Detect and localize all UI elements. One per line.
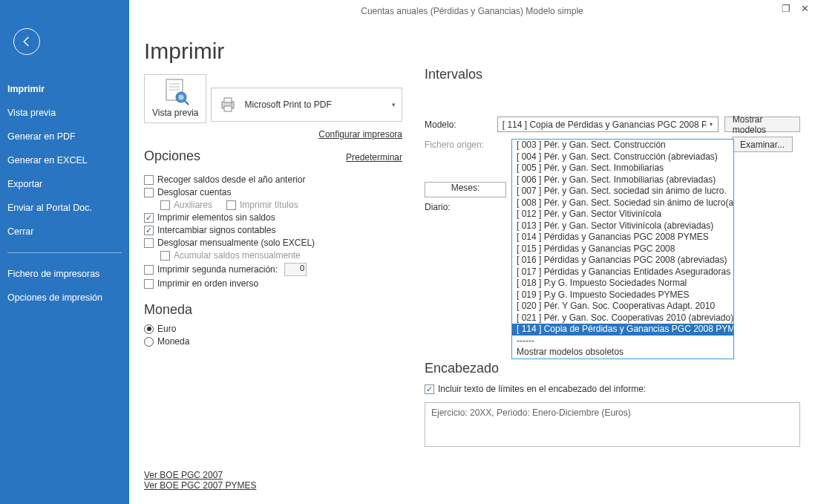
dropdown-item[interactable]: [ 017 ] Pérdidas y Ganancias Entidades A…	[512, 266, 733, 278]
radio-label: Euro	[157, 324, 176, 334]
modelo-dropdown-list[interactable]: [ 003 ] Pér. y Gan. Sect. Construcción[ …	[511, 139, 734, 359]
checkbox-label: Imprimir en orden inverso	[157, 278, 258, 289]
fichero-origen-label: Fichero origen:	[425, 140, 499, 150]
checkbox[interactable]	[144, 213, 154, 223]
option-row: Recoger saldos desde el año anterior	[144, 174, 402, 185]
printer-icon	[217, 94, 238, 115]
dropdown-item[interactable]: [ 015 ] Pérdidas y Ganancias PGC 2008	[512, 243, 733, 255]
include-header-text-checkbox[interactable]	[425, 384, 434, 394]
sidebar-item[interactable]: Vista previa	[0, 101, 129, 125]
examinar-button[interactable]: Examinar...	[732, 137, 793, 152]
printer-selector[interactable]: Microsoft Print to PDF ▾	[211, 88, 402, 122]
preview-button-label: Vista previa	[152, 108, 198, 118]
dropdown-item[interactable]: [ 012 ] Pér. y Gan. Sector Vitivinícola	[512, 209, 733, 220]
close-icon[interactable]: ✕	[801, 3, 809, 14]
option-row: Imprimir en orden inverso	[144, 278, 402, 289]
checkbox[interactable]	[144, 238, 154, 248]
dropdown-item[interactable]: Mostrar modelos obsoletos	[512, 347, 733, 359]
checkbox[interactable]	[144, 175, 154, 185]
header-text-textarea[interactable]: Ejercicio: 20XX, Periodo: Enero-Diciembr…	[425, 402, 800, 447]
dropdown-item[interactable]: ------	[512, 336, 733, 347]
dropdown-item[interactable]: [ 014 ] Pérdidas y Ganancias PGC 2008 PY…	[512, 232, 733, 243]
dropdown-item[interactable]: [ 018 ] P.y G. Impuesto Sociedades Norma…	[512, 278, 733, 289]
checkbox[interactable]	[226, 200, 236, 210]
window-controls: ❐ ✕	[782, 3, 809, 14]
checkbox-label: Imprimir elementos sin saldos	[157, 212, 275, 223]
option-row: Imprimir segunda numeración:0	[144, 263, 402, 276]
option-row: AuxiliaresImprimir títulos	[160, 200, 402, 210]
option-row: Imprimir elementos sin saldos	[144, 212, 402, 223]
configure-printer-link[interactable]: Configurar impresora	[318, 129, 402, 140]
dropdown-item[interactable]: [ 007 ] Pér. y Gan. Sect. sociedad sin á…	[512, 186, 733, 197]
checkbox[interactable]	[160, 200, 170, 210]
checkbox[interactable]	[144, 279, 154, 289]
window-title: Cuentas anuales (Pérdidas y Ganancias) M…	[361, 6, 583, 16]
dropdown-item[interactable]: [ 008 ] Pér. y Gan. Sect. Sociedad sin á…	[512, 197, 733, 209]
numeric-input[interactable]: 0	[284, 263, 307, 276]
preview-button[interactable]: Vista previa	[144, 74, 206, 123]
sidebar-item[interactable]: Opciones de impresión	[0, 286, 129, 310]
option-row: Desglosar mensualmente (solo EXCEL)	[144, 238, 402, 248]
svg-rect-8	[224, 98, 232, 102]
checkbox[interactable]	[144, 188, 154, 197]
checkbox-label: Desglosar mensualmente (solo EXCEL)	[157, 238, 315, 248]
sidebar-separator	[7, 252, 122, 253]
modelo-label: Modelo:	[425, 120, 491, 130]
checkbox-label: Recoger saldos desde el año anterior	[157, 174, 305, 185]
option-row: Intercambiar signos contables	[144, 225, 402, 235]
dropdown-item[interactable]: [ 004 ] Pér. y Gan. Sect. Construcción (…	[512, 151, 733, 163]
dropdown-item[interactable]: [ 021 ] Pér. y Gan. Soc. Cooperativas 20…	[512, 312, 733, 324]
chevron-down-icon: ▾	[392, 101, 396, 108]
checkbox[interactable]	[160, 251, 170, 261]
sidebar-item[interactable]: Enviar al Portal Doc.	[0, 196, 129, 220]
chevron-down-icon: ▾	[706, 121, 716, 128]
dropdown-item[interactable]: [ 020 ] Pér. Y Gan. Soc. Cooperativas Ad…	[512, 301, 733, 312]
dropdown-item[interactable]: [ 019 ] P.y G. Impuesto Sociedades PYMES	[512, 289, 733, 301]
left-column: Vista previa Microsoft Print to PDF ▾	[144, 74, 402, 449]
radio[interactable]	[144, 337, 154, 347]
sidebar-item[interactable]: Generar en PDF	[0, 125, 129, 148]
encabezado-heading: Encabezado	[425, 361, 800, 376]
radio-row: Euro	[144, 324, 402, 334]
mostrar-modelos-button[interactable]: Mostrar modelos	[724, 117, 800, 132]
svg-rect-9	[224, 106, 232, 111]
sidebar-item[interactable]: Imprimir	[0, 77, 129, 101]
svg-point-5	[179, 95, 184, 100]
boe-links: Ver BOE PGC 2007 Ver BOE PGC 2007 PYMES	[144, 470, 256, 491]
sidebar-item[interactable]: Exportar	[0, 172, 129, 196]
main-content: Imprimir	[129, 22, 815, 504]
checkbox-label: Imprimir segunda numeración:	[157, 264, 278, 275]
dropdown-item[interactable]: [ 006 ] Pér. y Gan. Sect. Inmobiliarias …	[512, 174, 733, 186]
dropdown-item[interactable]: [ 005 ] Pér. y Gan. Sect. Inmobiliarias	[512, 163, 733, 174]
opciones-heading: Opciones	[144, 148, 200, 164]
checkbox-label: Acumular saldos mensualmente	[174, 250, 301, 261]
maximize-icon[interactable]: ❐	[782, 3, 791, 14]
boe-link-2007[interactable]: Ver BOE PGC 2007	[144, 470, 256, 480]
intervalos-heading: Intervalos	[425, 67, 800, 82]
radio[interactable]	[144, 324, 154, 334]
radio-label: Moneda	[157, 336, 189, 347]
sidebar: ImprimirVista previaGenerar en PDFGenera…	[0, 0, 129, 504]
checkbox[interactable]	[144, 265, 154, 275]
checkbox[interactable]	[144, 226, 154, 235]
meses-input[interactable]: Meses:	[425, 182, 506, 197]
back-button[interactable]	[13, 28, 40, 55]
dropdown-item[interactable]: [ 114 ] Copia de Pérdidas y Ganancias PG…	[512, 324, 733, 336]
svg-line-6	[185, 101, 189, 105]
sidebar-item[interactable]: Generar en EXCEL	[0, 148, 129, 172]
option-row: Acumular saldos mensualmente	[160, 250, 402, 261]
checkbox-label: Desglosar cuentas	[157, 187, 231, 197]
checkbox-label: Auxiliares	[174, 200, 212, 210]
sidebar-item[interactable]: Cerrar	[0, 220, 129, 243]
dropdown-item[interactable]: [ 016 ] Pérdidas y Ganancias PGC 2008 (a…	[512, 255, 733, 266]
dropdown-item[interactable]: [ 013 ] Pér. y Gan. Sector Vitivinícola …	[512, 220, 733, 232]
predeterminar-link[interactable]: Predeterminar	[346, 152, 402, 163]
sidebar-item[interactable]: Fichero de impresoras	[0, 262, 129, 286]
diario-label: Diario:	[425, 202, 499, 212]
include-header-text-label: Incluir texto de límites en el encabezad…	[438, 384, 646, 394]
modelo-combo[interactable]: [ 114 ] Copia de Pérdidas y Ganancias PG…	[497, 117, 719, 132]
dropdown-item[interactable]: [ 003 ] Pér. y Gan. Sect. Construcción	[512, 140, 733, 151]
right-column: Intervalos Modelo: [ 114 ] Copia de Pérd…	[425, 74, 800, 449]
boe-link-2007-pymes[interactable]: Ver BOE PGC 2007 PYMES	[144, 480, 256, 491]
document-preview-icon	[160, 78, 190, 106]
